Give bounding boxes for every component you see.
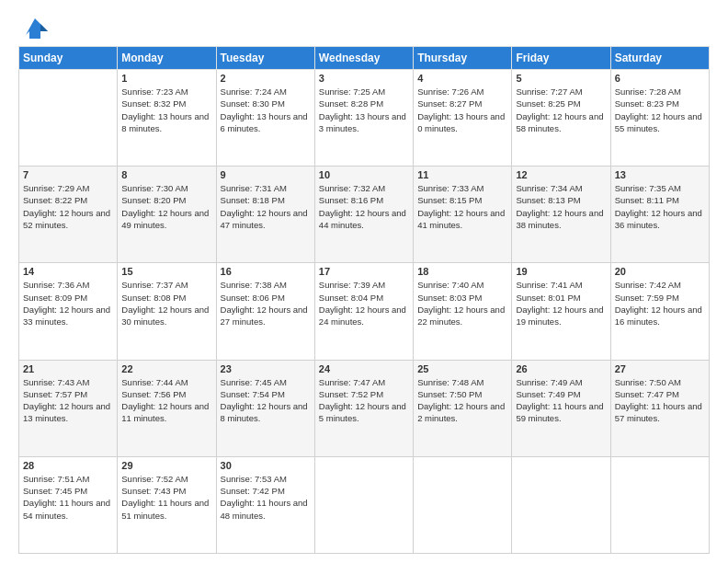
calendar-cell: 29Sunrise: 7:52 AM Sunset: 7:43 PM Dayli… [118, 456, 216, 553]
day-number: 22 [121, 363, 211, 374]
calendar-cell: 11Sunrise: 7:33 AM Sunset: 8:15 PM Dayli… [414, 167, 512, 263]
day-number: 20 [615, 266, 705, 277]
cell-info: Sunrise: 7:34 AM Sunset: 8:13 PM Dayligh… [516, 182, 606, 231]
calendar-cell: 22Sunrise: 7:44 AM Sunset: 7:56 PM Dayli… [118, 360, 216, 456]
calendar-cell: 25Sunrise: 7:48 AM Sunset: 7:50 PM Dayli… [414, 360, 512, 456]
cell-info: Sunrise: 7:40 AM Sunset: 8:03 PM Dayligh… [417, 279, 507, 327]
calendar-cell: 15Sunrise: 7:37 AM Sunset: 8:08 PM Dayli… [118, 263, 216, 360]
calendar-cell: 24Sunrise: 7:47 AM Sunset: 7:52 PM Dayli… [314, 360, 413, 456]
day-number: 27 [615, 363, 705, 374]
col-header-wednesday: Wednesday [314, 47, 413, 70]
calendar-cell: 27Sunrise: 7:50 AM Sunset: 7:47 PM Dayli… [610, 360, 709, 456]
calendar-cell [414, 456, 512, 553]
col-header-monday: Monday [118, 47, 216, 70]
calendar-cell [610, 456, 709, 553]
cell-info: Sunrise: 7:32 AM Sunset: 8:16 PM Dayligh… [319, 182, 409, 231]
day-number: 9 [221, 169, 311, 180]
header [18, 15, 710, 40]
calendar-cell: 13Sunrise: 7:35 AM Sunset: 8:11 PM Dayli… [610, 167, 709, 263]
calendar-cell: 3Sunrise: 7:25 AM Sunset: 8:28 PM Daylig… [314, 70, 413, 167]
day-number: 26 [516, 363, 606, 374]
cell-info: Sunrise: 7:35 AM Sunset: 8:11 PM Dayligh… [615, 182, 705, 231]
day-number: 17 [319, 266, 409, 277]
cell-info: Sunrise: 7:23 AM Sunset: 8:32 PM Dayligh… [121, 86, 211, 134]
day-number: 10 [319, 169, 409, 180]
day-number: 7 [23, 169, 113, 180]
calendar-cell [512, 456, 610, 553]
calendar-table: SundayMondayTuesdayWednesdayThursdayFrid… [18, 46, 710, 554]
day-number: 21 [23, 363, 113, 374]
cell-info: Sunrise: 7:38 AM Sunset: 8:06 PM Dayligh… [221, 279, 311, 327]
day-number: 25 [417, 363, 507, 374]
calendar-cell: 4Sunrise: 7:26 AM Sunset: 8:27 PM Daylig… [414, 70, 512, 167]
calendar-cell: 14Sunrise: 7:36 AM Sunset: 8:09 PM Dayli… [19, 263, 118, 360]
cell-info: Sunrise: 7:51 AM Sunset: 7:45 PM Dayligh… [23, 473, 113, 522]
page: SundayMondayTuesdayWednesdayThursdayFrid… [0, 0, 728, 563]
calendar-cell: 10Sunrise: 7:32 AM Sunset: 8:16 PM Dayli… [314, 167, 413, 263]
day-number: 12 [516, 169, 606, 180]
day-number: 1 [121, 73, 211, 84]
calendar-cell: 30Sunrise: 7:53 AM Sunset: 7:42 PM Dayli… [216, 456, 314, 553]
col-header-tuesday: Tuesday [216, 47, 314, 70]
day-number: 16 [221, 266, 311, 277]
calendar-cell: 8Sunrise: 7:30 AM Sunset: 8:20 PM Daylig… [118, 167, 216, 263]
day-number: 13 [615, 169, 705, 180]
col-header-thursday: Thursday [414, 47, 512, 70]
cell-info: Sunrise: 7:50 AM Sunset: 7:47 PM Dayligh… [615, 376, 705, 425]
cell-info: Sunrise: 7:26 AM Sunset: 8:27 PM Dayligh… [417, 86, 507, 134]
calendar-cell: 9Sunrise: 7:31 AM Sunset: 8:18 PM Daylig… [216, 167, 314, 263]
logo-icon [22, 15, 48, 40]
cell-info: Sunrise: 7:44 AM Sunset: 7:56 PM Dayligh… [121, 376, 211, 425]
day-number: 18 [417, 266, 507, 277]
day-number: 8 [121, 169, 211, 180]
cell-info: Sunrise: 7:49 AM Sunset: 7:49 PM Dayligh… [516, 376, 606, 425]
calendar-cell: 21Sunrise: 7:43 AM Sunset: 7:57 PM Dayli… [19, 360, 118, 456]
col-header-saturday: Saturday [610, 47, 709, 70]
calendar-cell: 6Sunrise: 7:28 AM Sunset: 8:23 PM Daylig… [610, 70, 709, 167]
calendar-cell: 2Sunrise: 7:24 AM Sunset: 8:30 PM Daylig… [216, 70, 314, 167]
col-header-friday: Friday [512, 47, 610, 70]
calendar-cell: 28Sunrise: 7:51 AM Sunset: 7:45 PM Dayli… [19, 456, 118, 553]
day-number: 28 [23, 460, 113, 471]
cell-info: Sunrise: 7:33 AM Sunset: 8:15 PM Dayligh… [417, 182, 507, 231]
week-row-0: 1Sunrise: 7:23 AM Sunset: 8:32 PM Daylig… [19, 70, 710, 167]
calendar-cell: 23Sunrise: 7:45 AM Sunset: 7:54 PM Dayli… [216, 360, 314, 456]
day-number: 6 [615, 73, 705, 84]
cell-info: Sunrise: 7:45 AM Sunset: 7:54 PM Dayligh… [221, 376, 311, 425]
calendar-cell: 16Sunrise: 7:38 AM Sunset: 8:06 PM Dayli… [216, 263, 314, 360]
cell-info: Sunrise: 7:39 AM Sunset: 8:04 PM Dayligh… [319, 279, 409, 327]
calendar-cell: 1Sunrise: 7:23 AM Sunset: 8:32 PM Daylig… [118, 70, 216, 167]
cell-info: Sunrise: 7:29 AM Sunset: 8:22 PM Dayligh… [23, 182, 113, 231]
day-number: 23 [221, 363, 311, 374]
cell-info: Sunrise: 7:43 AM Sunset: 7:57 PM Dayligh… [23, 376, 113, 425]
col-header-sunday: Sunday [19, 47, 118, 70]
cell-info: Sunrise: 7:47 AM Sunset: 7:52 PM Dayligh… [319, 376, 409, 425]
week-row-2: 14Sunrise: 7:36 AM Sunset: 8:09 PM Dayli… [19, 263, 710, 360]
calendar-cell: 19Sunrise: 7:41 AM Sunset: 8:01 PM Dayli… [512, 263, 610, 360]
calendar-cell: 5Sunrise: 7:27 AM Sunset: 8:25 PM Daylig… [512, 70, 610, 167]
day-number: 29 [121, 460, 211, 471]
cell-info: Sunrise: 7:53 AM Sunset: 7:42 PM Dayligh… [221, 473, 311, 522]
day-number: 4 [417, 73, 507, 84]
week-row-3: 21Sunrise: 7:43 AM Sunset: 7:57 PM Dayli… [19, 360, 710, 456]
cell-info: Sunrise: 7:52 AM Sunset: 7:43 PM Dayligh… [121, 473, 211, 522]
day-number: 14 [23, 266, 113, 277]
day-number: 3 [319, 73, 409, 84]
cell-info: Sunrise: 7:30 AM Sunset: 8:20 PM Dayligh… [121, 182, 211, 231]
calendar-cell: 20Sunrise: 7:42 AM Sunset: 7:59 PM Dayli… [610, 263, 709, 360]
cell-info: Sunrise: 7:37 AM Sunset: 8:08 PM Dayligh… [121, 279, 211, 327]
cell-info: Sunrise: 7:36 AM Sunset: 8:09 PM Dayligh… [23, 279, 113, 327]
day-number: 30 [221, 460, 311, 471]
calendar-cell: 7Sunrise: 7:29 AM Sunset: 8:22 PM Daylig… [19, 167, 118, 263]
day-number: 5 [516, 73, 606, 84]
cell-info: Sunrise: 7:31 AM Sunset: 8:18 PM Dayligh… [221, 182, 311, 231]
cell-info: Sunrise: 7:28 AM Sunset: 8:23 PM Dayligh… [615, 86, 705, 134]
day-number: 2 [221, 73, 311, 84]
calendar-cell [314, 456, 413, 553]
cell-info: Sunrise: 7:25 AM Sunset: 8:28 PM Dayligh… [319, 86, 409, 134]
cell-info: Sunrise: 7:27 AM Sunset: 8:25 PM Dayligh… [516, 86, 606, 134]
day-number: 24 [319, 363, 409, 374]
day-number: 11 [417, 169, 507, 180]
calendar-cell: 26Sunrise: 7:49 AM Sunset: 7:49 PM Dayli… [512, 360, 610, 456]
cell-info: Sunrise: 7:48 AM Sunset: 7:50 PM Dayligh… [417, 376, 507, 425]
